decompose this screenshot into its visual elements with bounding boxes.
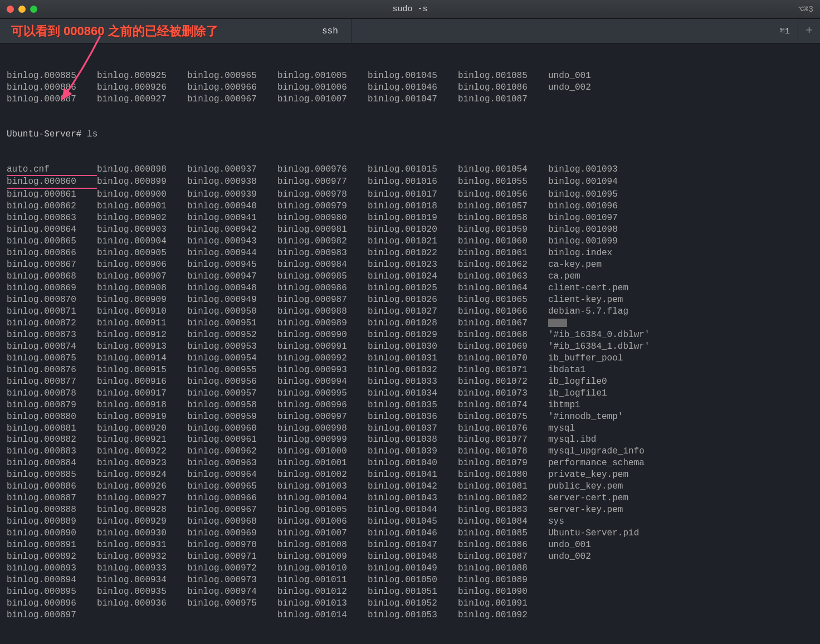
file-entry: ib_logfile0	[548, 376, 671, 388]
file-entry: undo_001	[548, 70, 671, 82]
file-entry: client-cert.pem	[548, 282, 671, 294]
list-row: binlog.000883binlog.000922binlog.000962b…	[7, 446, 813, 457]
file-entry: binlog.000937	[187, 164, 277, 175]
file-entry: binlog.000951	[187, 318, 277, 329]
list-row: binlog.000889binlog.000929binlog.000968b…	[7, 516, 813, 528]
file-entry: binlog.001072	[458, 376, 548, 388]
file-entry: binlog.000899	[97, 176, 187, 188]
file-entry: binlog.000906	[97, 259, 187, 271]
file-entry: binlog.000897	[7, 609, 97, 621]
file-entry: binlog.001004	[277, 492, 368, 504]
file-entry: binlog.000861	[7, 189, 97, 201]
file-entry: binlog.001038	[368, 434, 458, 446]
list-row: binlog.000881binlog.000920binlog.000960b…	[7, 423, 813, 435]
tab-label: ssh	[322, 26, 338, 36]
file-entry: binlog.000890	[7, 528, 97, 539]
file-entry: binlog.001058	[458, 212, 548, 224]
terminal-output[interactable]: binlog.000885binlog.000925binlog.000965b…	[0, 43, 820, 644]
close-icon[interactable]	[7, 6, 14, 13]
file-entry: binlog.000987	[277, 294, 368, 306]
file-entry: binlog.000944	[187, 247, 277, 259]
list-row: auto.cnfbinlog.000898binlog.000937binlog…	[7, 164, 813, 177]
list-row: binlog.000863binlog.000902binlog.000941b…	[7, 212, 813, 224]
file-entry: binlog.001066	[458, 306, 548, 318]
file-entry: binlog.001076	[458, 423, 548, 435]
file-entry: binlog.000993	[277, 364, 368, 376]
list-row: binlog.000862binlog.000901binlog.000940b…	[7, 201, 813, 212]
file-entry: binlog.000954	[187, 353, 277, 364]
window-title: sudo -s	[0, 4, 820, 14]
file-entry: binlog.000985	[277, 271, 368, 282]
file-entry: binlog.001069	[458, 341, 548, 353]
file-entry: binlog.001078	[458, 446, 548, 457]
file-entry: binlog.000873	[7, 329, 97, 341]
list-row: binlog.000882binlog.000921binlog.000961b…	[7, 434, 813, 446]
file-entry: binlog.001016	[368, 176, 458, 188]
file-entry: binlog.001006	[277, 516, 368, 528]
file-entry: binlog.000880	[7, 411, 97, 423]
file-entry: binlog.001093	[548, 164, 671, 175]
file-entry: binlog.000907	[97, 271, 187, 282]
list-row: binlog.000865binlog.000904binlog.000943b…	[7, 236, 813, 247]
list-row: binlog.000871binlog.000910binlog.000950b…	[7, 306, 813, 318]
minimize-icon[interactable]	[18, 6, 26, 13]
top-output-block: binlog.000885binlog.000925binlog.000965b…	[7, 70, 813, 105]
file-entry: binlog.001024	[368, 271, 458, 282]
file-entry: binlog.000917	[97, 388, 187, 399]
tab-ssh[interactable]: ssh	[309, 19, 352, 43]
file-entry: binlog.000997	[277, 411, 368, 423]
file-entry: binlog.000990	[277, 329, 368, 341]
file-entry: binlog.000992	[277, 353, 368, 364]
file-entry: binlog.001021	[368, 236, 458, 247]
file-entry: binlog.001015	[368, 164, 458, 175]
file-entry: binlog.001051	[368, 586, 458, 598]
file-entry: binlog.000989	[277, 318, 368, 329]
file-entry	[548, 318, 671, 329]
file-entry: binlog.000939	[187, 189, 277, 201]
file-entry: binlog.000975	[187, 598, 277, 609]
add-tab-button[interactable]: +	[798, 19, 820, 43]
file-entry: binlog.000972	[187, 563, 277, 574]
file-entry: binlog.000960	[187, 423, 277, 435]
file-entry: binlog.001043	[368, 492, 458, 504]
file-entry: binlog.000930	[97, 528, 187, 539]
file-entry: binlog.000980	[277, 212, 368, 224]
list-row: binlog.000861binlog.000900binlog.000939b…	[7, 189, 813, 201]
file-entry: binlog.000904	[97, 236, 187, 247]
file-entry: binlog.000957	[187, 388, 277, 399]
file-entry: undo_001	[548, 539, 671, 551]
file-entry: binlog.000920	[97, 423, 187, 435]
file-entry: binlog.000915	[97, 364, 187, 376]
file-entry: binlog.000891	[7, 539, 97, 551]
file-entry: binlog.000978	[277, 189, 368, 201]
file-entry: binlog.000988	[277, 306, 368, 318]
file-entry: binlog.000872	[7, 318, 97, 329]
file-entry: binlog.001086	[458, 539, 548, 551]
file-entry: binlog.000968	[187, 516, 277, 528]
list-row: binlog.000885binlog.000925binlog.000965b…	[7, 70, 813, 82]
file-entry: binlog.000941	[187, 212, 277, 224]
file-entry: binlog.001003	[277, 481, 368, 492]
file-entry: binlog.000965	[187, 70, 277, 82]
file-entry: binlog.001052	[368, 598, 458, 609]
file-entry: binlog.001040	[368, 457, 458, 469]
file-entry: binlog.001006	[277, 82, 368, 94]
file-entry: binlog.001081	[458, 481, 548, 492]
file-entry: binlog.000892	[7, 551, 97, 563]
redacted-icon	[548, 319, 567, 327]
zoom-icon[interactable]	[30, 6, 37, 13]
file-entry: binlog.001061	[458, 247, 548, 259]
file-entry: binlog.001073	[458, 388, 548, 399]
file-entry: binlog.000871	[7, 306, 97, 318]
file-entry: binlog.000959	[187, 411, 277, 423]
file-entry: binlog.000996	[277, 399, 368, 411]
file-entry: binlog.001031	[368, 353, 458, 364]
file-entry: binlog.001049	[368, 563, 458, 574]
file-entry: binlog.001070	[458, 353, 548, 364]
file-entry: binlog.001039	[368, 446, 458, 457]
file-entry: binlog.000961	[187, 434, 277, 446]
list-row: binlog.000876binlog.000915binlog.000955b…	[7, 364, 813, 376]
file-entry: binlog.001013	[277, 598, 368, 609]
file-entry: binlog.001027	[368, 306, 458, 318]
file-entry: binlog.000958	[187, 399, 277, 411]
